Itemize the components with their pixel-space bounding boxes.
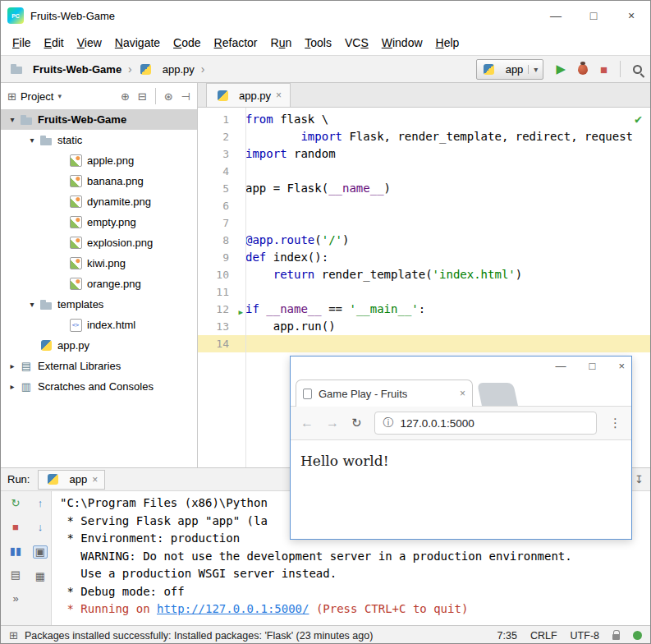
menu-item-view[interactable]: View <box>71 34 108 52</box>
code-line-2[interactable]: 2 import Flask, render_template, redirec… <box>198 128 650 145</box>
line-number[interactable]: 9 <box>198 249 245 266</box>
editor-tab-app-py[interactable]: app.py × <box>206 83 291 107</box>
collapse-all-icon[interactable]: ⊟ <box>138 90 147 103</box>
code-line-12[interactable]: 12▶if __name__ == '__main__': <box>198 301 650 318</box>
chevron-down-icon[interactable]: ▾ <box>57 92 62 100</box>
run-button[interactable]: ▶ <box>556 62 566 76</box>
reload-icon[interactable]: ↻ <box>351 416 362 430</box>
line-number[interactable]: 10 <box>198 266 245 283</box>
line-number[interactable]: 14 <box>198 335 245 352</box>
tree-expand-arrow[interactable]: ▾ <box>25 300 39 309</box>
tree-item-index-html[interactable]: index.html <box>1 315 197 335</box>
browser-menu-icon[interactable]: ⋮ <box>609 416 621 430</box>
code-line-5[interactable]: 5app = Flask(__name__) <box>198 180 650 197</box>
browser-maximize-button[interactable]: □ <box>589 360 596 372</box>
browser-close-button[interactable]: × <box>618 360 625 372</box>
menu-item-file[interactable]: File <box>6 34 38 52</box>
line-number[interactable]: 6 <box>198 197 245 214</box>
console-settings-icon[interactable]: ▣ <box>33 545 48 559</box>
code-line-8[interactable]: 8@app.route('/') <box>198 232 650 249</box>
close-button[interactable]: × <box>612 1 650 30</box>
tree-expand-arrow[interactable]: ▾ <box>6 115 19 124</box>
run-config-selector[interactable]: app ▾ <box>476 59 544 80</box>
menu-item-vcs[interactable]: VCS <box>338 34 375 52</box>
code-line-13[interactable]: 13 app.run() <box>198 318 650 335</box>
code-line-9[interactable]: 9def index(): <box>198 249 650 266</box>
tree-item-scratches-and-consoles[interactable]: ▸▥Scratches and Consoles <box>1 376 197 397</box>
code-line-6[interactable]: 6 <box>198 197 650 214</box>
browser-tab[interactable]: Game Play - Fruits × <box>296 380 473 407</box>
close-tab-icon[interactable]: × <box>276 90 282 101</box>
forward-icon[interactable]: → <box>326 416 339 430</box>
line-ending-indicator[interactable]: CRLF <box>530 630 557 642</box>
line-number[interactable]: 7 <box>198 214 245 232</box>
tree-expand-arrow[interactable]: ▸ <box>6 361 19 370</box>
menu-item-code[interactable]: Code <box>167 34 207 52</box>
stop-button[interactable]: ■ <box>600 62 607 76</box>
tree-item-banana-png[interactable]: banana.png <box>1 171 197 191</box>
tree-item-kiwi-png[interactable]: kiwi.png <box>1 253 197 274</box>
address-bar[interactable]: ⓘ 127.0.0.1:5000 <box>374 412 597 435</box>
line-number[interactable]: 8 <box>198 232 245 249</box>
breadcrumb-project[interactable]: Fruits-Web-Game <box>33 63 121 76</box>
code-line-4[interactable]: 4 <box>198 163 650 180</box>
locate-file-icon[interactable]: ⊕ <box>121 90 130 103</box>
code-line-1[interactable]: 1from flask \ <box>198 111 650 128</box>
stop-icon[interactable]: ■ <box>12 522 19 533</box>
clear-console-icon[interactable]: ▦ <box>35 571 45 582</box>
line-number[interactable]: 12▶ <box>198 301 245 318</box>
line-number[interactable]: 11 <box>198 283 245 301</box>
readonly-lock-icon[interactable] <box>612 634 620 640</box>
tree-item-static[interactable]: ▾static <box>1 130 197 150</box>
breadcrumb-file[interactable]: app.py <box>163 63 195 76</box>
tree-item-explosion-png[interactable]: explosion.png <box>1 232 197 253</box>
tree-item-fruits-web-game[interactable]: ▾Fruits-Web-Game <box>1 109 197 130</box>
code-line-3[interactable]: 3import random <box>198 145 650 163</box>
caret-position[interactable]: 7:35 <box>497 630 517 642</box>
line-number[interactable]: 2 <box>198 128 245 145</box>
chevron-down-icon[interactable]: ▾ <box>528 65 538 74</box>
toolwindow-switcher-icon[interactable]: ⊞ <box>9 629 18 642</box>
tree-item-templates[interactable]: ▾templates <box>1 294 197 315</box>
tree-expand-arrow[interactable]: ▸ <box>6 382 19 391</box>
statusbar-message[interactable]: Packages installed successfully: Install… <box>25 630 373 642</box>
menu-item-edit[interactable]: Edit <box>38 34 71 52</box>
site-info-icon[interactable]: ⓘ <box>383 416 394 430</box>
line-number[interactable]: 3 <box>198 145 245 163</box>
console-link[interactable]: http://127.0.0.1:5000/ <box>157 602 309 615</box>
menu-item-help[interactable]: Help <box>429 34 466 52</box>
run-tab-app[interactable]: app × <box>38 470 105 490</box>
line-number[interactable]: 13 <box>198 318 245 335</box>
new-tab-button[interactable] <box>477 383 518 406</box>
settings-gear-icon[interactable]: ⊛ <box>164 90 173 103</box>
tree-expand-arrow[interactable]: ▾ <box>25 136 39 145</box>
down-stack-icon[interactable]: ↓ <box>38 522 44 533</box>
rerun-icon[interactable]: ↻ <box>11 498 21 509</box>
tree-item-apple-png[interactable]: apple.png <box>1 150 197 171</box>
pause-output-icon[interactable]: ▮▮ <box>10 545 21 557</box>
tree-item-orange-png[interactable]: orange.png <box>1 274 197 294</box>
menu-item-window[interactable]: Window <box>375 34 429 52</box>
tree-item-empty-png[interactable]: empty.png <box>1 212 197 232</box>
close-tab-icon[interactable]: × <box>460 388 465 399</box>
code-line-14[interactable]: 14 <box>198 335 650 352</box>
maximize-button[interactable]: □ <box>575 1 612 30</box>
code-line-10[interactable]: 10 return render_template('index.html') <box>198 266 650 283</box>
close-tab-icon[interactable]: × <box>92 474 98 485</box>
code-line-11[interactable]: 11 <box>198 283 650 301</box>
hide-icon[interactable]: » <box>12 593 18 605</box>
up-stack-icon[interactable]: ↑ <box>38 498 44 509</box>
tree-item-external-libraries[interactable]: ▸▤External Libraries <box>1 356 197 376</box>
code-line-7[interactable]: 7 <box>198 214 650 232</box>
project-panel-title[interactable]: Project <box>21 90 53 103</box>
browser-minimize-button[interactable]: — <box>556 360 566 372</box>
line-number[interactable]: 5 <box>198 180 245 197</box>
back-icon[interactable]: ← <box>300 416 314 430</box>
line-number[interactable]: 1 <box>198 111 245 128</box>
encoding-indicator[interactable]: UTF-8 <box>571 630 599 642</box>
scroll-to-end-icon[interactable]: ↧ <box>635 473 644 485</box>
search-everywhere-icon[interactable] <box>633 65 642 74</box>
line-number[interactable]: 4 <box>198 163 245 180</box>
tree-item-dynamite-png[interactable]: dynamite.png <box>1 191 197 212</box>
menu-item-refactor[interactable]: Refactor <box>208 34 264 52</box>
